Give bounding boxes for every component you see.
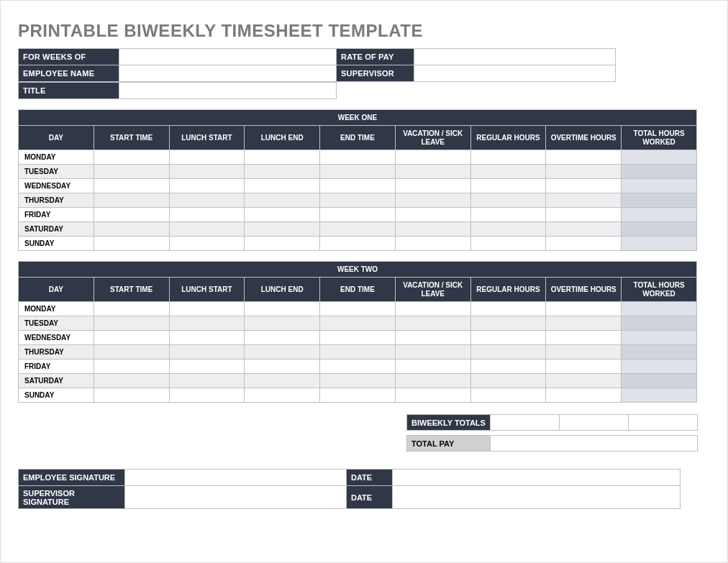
time-cell[interactable]	[169, 345, 245, 360]
total-hours-cell[interactable]	[622, 316, 697, 331]
time-cell[interactable]	[320, 193, 396, 208]
time-cell[interactable]	[169, 388, 245, 403]
title-value[interactable]	[119, 83, 337, 99]
time-cell[interactable]	[320, 237, 396, 251]
time-cell[interactable]	[245, 179, 320, 193]
for-weeks-of-value[interactable]	[119, 49, 337, 65]
time-cell[interactable]	[395, 165, 470, 179]
total-hours-cell[interactable]	[622, 222, 697, 237]
time-cell[interactable]	[94, 165, 169, 179]
time-cell[interactable]	[245, 388, 320, 403]
total-hours-cell[interactable]	[622, 237, 697, 251]
time-cell[interactable]	[395, 150, 470, 165]
time-cell[interactable]	[169, 374, 245, 388]
supervisor-signature-value[interactable]	[125, 486, 347, 509]
time-cell[interactable]	[470, 179, 546, 193]
time-cell[interactable]	[546, 222, 622, 237]
time-cell[interactable]	[470, 345, 546, 360]
total-pay-value[interactable]	[491, 436, 698, 452]
time-cell[interactable]	[470, 316, 546, 331]
total-hours-cell[interactable]	[622, 193, 697, 208]
time-cell[interactable]	[169, 193, 245, 208]
time-cell[interactable]	[245, 345, 320, 360]
time-cell[interactable]	[395, 208, 470, 222]
biweekly-regular[interactable]	[491, 415, 560, 431]
time-cell[interactable]	[245, 302, 320, 316]
total-hours-cell[interactable]	[622, 388, 697, 403]
time-cell[interactable]	[94, 388, 169, 403]
time-cell[interactable]	[320, 374, 396, 388]
time-cell[interactable]	[395, 193, 470, 208]
time-cell[interactable]	[245, 360, 320, 374]
time-cell[interactable]	[245, 374, 320, 388]
time-cell[interactable]	[245, 331, 320, 345]
time-cell[interactable]	[470, 388, 546, 403]
time-cell[interactable]	[546, 345, 622, 360]
total-hours-cell[interactable]	[622, 302, 697, 316]
time-cell[interactable]	[94, 237, 169, 251]
time-cell[interactable]	[320, 388, 396, 403]
total-hours-cell[interactable]	[622, 360, 697, 374]
time-cell[interactable]	[470, 150, 546, 165]
time-cell[interactable]	[320, 179, 396, 193]
time-cell[interactable]	[245, 316, 320, 331]
time-cell[interactable]	[546, 360, 622, 374]
total-hours-cell[interactable]	[622, 165, 697, 179]
total-hours-cell[interactable]	[622, 179, 697, 193]
total-hours-cell[interactable]	[622, 208, 697, 222]
time-cell[interactable]	[470, 360, 546, 374]
biweekly-overtime[interactable]	[560, 415, 629, 431]
time-cell[interactable]	[94, 222, 169, 237]
time-cell[interactable]	[395, 374, 470, 388]
time-cell[interactable]	[169, 208, 245, 222]
time-cell[interactable]	[94, 150, 169, 165]
time-cell[interactable]	[546, 331, 622, 345]
biweekly-total[interactable]	[629, 415, 698, 431]
time-cell[interactable]	[320, 360, 396, 374]
total-hours-cell[interactable]	[622, 374, 697, 388]
time-cell[interactable]	[245, 222, 320, 237]
time-cell[interactable]	[245, 165, 320, 179]
time-cell[interactable]	[169, 222, 245, 237]
time-cell[interactable]	[320, 150, 396, 165]
time-cell[interactable]	[470, 302, 546, 316]
time-cell[interactable]	[395, 345, 470, 360]
time-cell[interactable]	[395, 222, 470, 237]
time-cell[interactable]	[546, 179, 622, 193]
time-cell[interactable]	[245, 193, 320, 208]
supervisor-value[interactable]	[414, 65, 616, 82]
time-cell[interactable]	[546, 150, 622, 165]
time-cell[interactable]	[320, 302, 396, 316]
time-cell[interactable]	[169, 165, 245, 179]
time-cell[interactable]	[169, 150, 245, 165]
time-cell[interactable]	[169, 360, 245, 374]
time-cell[interactable]	[94, 179, 169, 193]
time-cell[interactable]	[94, 208, 169, 222]
time-cell[interactable]	[546, 208, 622, 222]
time-cell[interactable]	[169, 331, 245, 345]
time-cell[interactable]	[94, 331, 169, 345]
time-cell[interactable]	[395, 302, 470, 316]
time-cell[interactable]	[245, 208, 320, 222]
date-value-1[interactable]	[393, 470, 681, 486]
time-cell[interactable]	[546, 237, 622, 251]
employee-signature-value[interactable]	[125, 470, 347, 486]
time-cell[interactable]	[94, 302, 169, 316]
total-hours-cell[interactable]	[622, 331, 697, 345]
time-cell[interactable]	[470, 193, 546, 208]
time-cell[interactable]	[395, 331, 470, 345]
time-cell[interactable]	[470, 222, 546, 237]
time-cell[interactable]	[546, 316, 622, 331]
time-cell[interactable]	[395, 316, 470, 331]
total-hours-cell[interactable]	[622, 345, 697, 360]
time-cell[interactable]	[94, 316, 169, 331]
time-cell[interactable]	[546, 165, 622, 179]
time-cell[interactable]	[94, 360, 169, 374]
time-cell[interactable]	[320, 345, 396, 360]
time-cell[interactable]	[245, 150, 320, 165]
time-cell[interactable]	[94, 193, 169, 208]
time-cell[interactable]	[169, 316, 245, 331]
total-hours-cell[interactable]	[622, 150, 697, 165]
time-cell[interactable]	[470, 165, 546, 179]
rate-of-pay-value[interactable]	[414, 49, 616, 65]
